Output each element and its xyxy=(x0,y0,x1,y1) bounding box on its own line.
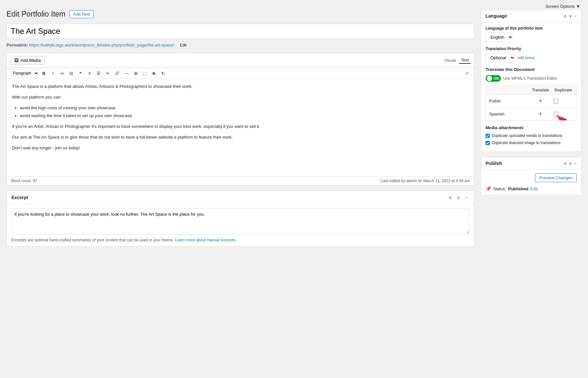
align-left-button[interactable]: ≡ xyxy=(85,70,94,77)
refresh-button[interactable]: ↻ xyxy=(159,70,167,77)
language-select[interactable]: English xyxy=(486,33,513,42)
translation-row-spanish: Spanish + xyxy=(486,108,576,120)
publish-panel: Publish ∧ ∨ − Preview Changes 📌 Status: … xyxy=(481,157,581,196)
language-panel: Language ∧ ∨ − Language of this portfoli… xyxy=(481,10,581,152)
screen-options-button[interactable]: Screen Options ▼ xyxy=(543,3,583,10)
toggle-row: ON Use WPML's Translation Editor xyxy=(486,75,577,82)
publish-collapse-up[interactable]: ∧ xyxy=(564,161,567,166)
duplicate-featured-label: Duplicate featured image to translations xyxy=(492,141,560,145)
excerpt-collapse-up[interactable]: ∧ xyxy=(447,194,453,201)
priority-wrapper: Optional edit terms xyxy=(486,53,577,62)
language-toggle[interactable]: − xyxy=(574,13,577,19)
publish-collapse-down[interactable]: ∨ xyxy=(569,161,572,166)
excerpt-metabox: Excerpt ∧ ∨ − If you're looking for a pl… xyxy=(7,191,474,247)
language-collapse-up[interactable]: ∧ xyxy=(564,13,567,19)
add-media-button[interactable]: 🖼 Add Media xyxy=(10,56,45,65)
excerpt-hint: Excerpts are optional hand-crafted summa… xyxy=(11,238,469,242)
excerpt-textarea[interactable]: If you're looking for a place to showcas… xyxy=(11,208,469,234)
content-p5: Don't wait any longer - join us today! xyxy=(12,145,469,152)
duplicate-featured-row: Duplicate featured image to translations xyxy=(486,141,577,145)
bold-button[interactable]: B xyxy=(40,70,48,77)
add-media-icon: 🖼 xyxy=(14,58,19,63)
th-translate: Translate xyxy=(528,88,554,92)
content-p4: Our aim at The Art Space is to give thos… xyxy=(12,134,469,141)
lang-spanish: Spanish xyxy=(489,112,528,116)
post-title-input[interactable] xyxy=(7,24,474,39)
excerpt-metabox-header: Excerpt ∧ ∨ − xyxy=(7,191,474,204)
page-title-area: Edit Portfolio Item Add New xyxy=(7,10,474,19)
text-tab[interactable]: Text xyxy=(459,57,471,64)
excerpt-body: If you're looking for a place to showcas… xyxy=(7,204,474,246)
learn-more-excerpts-link[interactable]: Learn more about manual excerpts xyxy=(175,238,235,242)
add-new-button[interactable]: Add New xyxy=(70,10,94,18)
translation-row-polish: Polish + xyxy=(486,95,576,108)
content-list: avoid the high costs of running your own… xyxy=(20,105,469,120)
priority-select[interactable]: Optional xyxy=(486,53,515,62)
media-attachments: Media attachments Duplicate uploaded med… xyxy=(486,125,577,145)
preview-btn-wrapper: Preview Changes xyxy=(486,173,577,182)
ordered-list-button[interactable]: ⊟ xyxy=(67,70,75,77)
expand-button[interactable]: ⤢ xyxy=(463,70,471,77)
align-center-button[interactable]: ☰ xyxy=(94,70,103,77)
duplicate-media-checkbox[interactable] xyxy=(486,134,490,138)
record-button[interactable]: ⏺ xyxy=(150,70,158,77)
language-collapse-down[interactable]: ∨ xyxy=(569,13,572,19)
last-edited: Last edited by admin on March 21, 2022 a… xyxy=(381,179,470,183)
edit-terms-link[interactable]: edit terms xyxy=(518,56,535,60)
translate-spanish-button[interactable]: + xyxy=(528,110,554,118)
th-duplicate: Duplicate xyxy=(554,88,573,92)
editor-footer: Word count: 97 Last edited by admin on M… xyxy=(7,176,474,185)
duplicate-spanish-checkbox[interactable] xyxy=(554,112,573,116)
status-row: 📌 Status: Published Edit xyxy=(486,186,577,191)
content-li-1: avoid the high costs of running your own… xyxy=(20,105,469,112)
language-panel-title: Language xyxy=(486,13,507,19)
editor-container: 🖼 Add Media Visual Text Paragraph B I ≔ … xyxy=(7,53,474,185)
align-right-button[interactable]: ≡ xyxy=(103,70,112,77)
excerpt-title: Excerpt xyxy=(11,195,28,200)
language-select-wrapper: English xyxy=(486,33,577,42)
excerpt-toggle[interactable]: − xyxy=(464,194,469,201)
translate-doc-label: Translate this Document xyxy=(486,67,577,72)
editor-content[interactable]: The Art Space is a platform that allows … xyxy=(7,79,474,176)
status-edit-link[interactable]: Edit xyxy=(530,186,538,191)
table-button[interactable]: ⊞ xyxy=(131,70,140,77)
sidebar-column: Language ∧ ∨ − Language of this portfoli… xyxy=(481,10,581,252)
paragraph-select[interactable]: Paragraph xyxy=(9,69,39,77)
page-title: Edit Portfolio Item xyxy=(7,10,66,19)
blockquote-button[interactable]: ❝ xyxy=(76,70,85,77)
wpml-toggle-label: Use WPML's Translation Editor xyxy=(503,76,557,81)
link-button[interactable]: 🔗 xyxy=(113,70,122,77)
image-button[interactable]: ⬚ xyxy=(140,70,149,77)
wpml-toggle[interactable]: ON xyxy=(486,75,501,82)
permalink-edit-button[interactable]: Edit xyxy=(177,42,190,48)
toggle-circle xyxy=(487,76,492,81)
unordered-list-button[interactable]: ≔ xyxy=(58,70,66,77)
publish-toggle[interactable]: − xyxy=(574,161,577,166)
excerpt-collapse-down[interactable]: ∨ xyxy=(456,194,461,201)
publish-panel-body: Preview Changes 📌 Status: Published Edit xyxy=(481,169,581,195)
excerpt-controls: ∧ ∨ − xyxy=(447,194,469,201)
editor-toolbar: Paragraph B I ≔ ⊟ ❝ ≡ ☰ ≡ 🔗 — ⊞ ⬚ ⏺ ↻ ⤢ xyxy=(7,68,474,79)
permalink-link[interactable]: https://kathyb.otgs.work/wordpress_8/ind… xyxy=(29,43,174,47)
italic-button[interactable]: I xyxy=(49,70,57,77)
page-layout: Edit Portfolio Item Add New Permalink: h… xyxy=(0,0,588,258)
preview-changes-button[interactable]: Preview Changes xyxy=(535,173,577,182)
translation-table-header: Translate Duplicate xyxy=(486,86,576,95)
language-panel-body: Language of this portfolio item English … xyxy=(481,22,581,152)
content-p1: The Art Space is a platform that allows … xyxy=(12,83,469,90)
content-li-2: avoid wasting the time it takes to set u… xyxy=(20,113,469,119)
main-column: Edit Portfolio Item Add New Permalink: h… xyxy=(7,10,474,252)
status-value: Published xyxy=(508,186,528,191)
content-p2: With our platform you can: xyxy=(12,94,469,101)
duplicate-polish-checkbox[interactable] xyxy=(554,99,573,103)
th-lang xyxy=(489,88,528,92)
lang-polish: Polish xyxy=(489,99,528,103)
duplicate-media-row: Duplicate uploaded media to translations xyxy=(486,133,577,138)
chevron-down-icon: ▼ xyxy=(576,4,580,9)
duplicate-featured-checkbox[interactable] xyxy=(486,141,490,145)
publish-panel-title: Publish xyxy=(486,161,502,166)
translate-polish-button[interactable]: + xyxy=(528,97,554,105)
visual-tab[interactable]: Visual xyxy=(442,57,458,64)
read-more-button[interactable]: — xyxy=(122,70,131,77)
add-media-label: Add Media xyxy=(20,58,41,63)
